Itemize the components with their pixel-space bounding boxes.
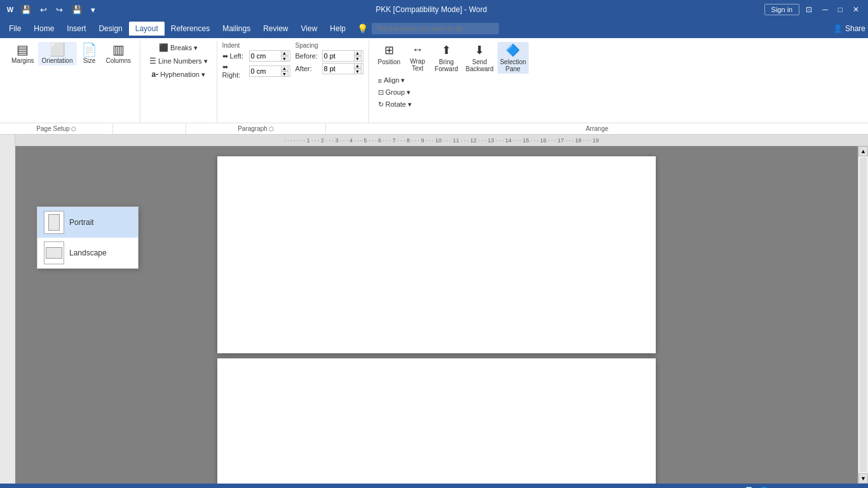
indent-right-spin[interactable]: ▲ ▼ xyxy=(281,65,288,77)
landscape-option[interactable]: Landscape xyxy=(37,238,138,268)
menu-bar: File Home Insert Design Layout Reference… xyxy=(0,19,868,38)
orientation-dropdown: Portrait Landscape xyxy=(37,207,139,269)
send-backward-btn[interactable]: ⬇ SendBackward xyxy=(462,42,498,74)
indent-spacing-container: Indent ⬌ Left: ▲ ▼ ⬌ Right: xyxy=(222,42,363,80)
bring-forward-icon: ⬆ xyxy=(442,43,451,57)
scroll-thumb[interactable] xyxy=(860,158,867,472)
spacing-before-down[interactable]: ▼ xyxy=(354,56,362,62)
page-setup-label: Page Setup xyxy=(36,125,69,132)
landscape-icon xyxy=(44,241,64,264)
indent-left-input[interactable]: ▲ ▼ xyxy=(249,50,290,62)
indent-right-up[interactable]: ▲ xyxy=(281,65,288,71)
ribbon-group-page-setup: ▤ Margins ⬜ Orientation 📄 Size ▥ Columns xyxy=(3,41,140,123)
spacing-after-row: After: ▲ ▼ xyxy=(295,63,363,74)
layout-btn[interactable]: ⊡ xyxy=(802,4,816,15)
indent-left-field[interactable] xyxy=(251,52,279,60)
page-setup-expand-btn[interactable]: ⬡ xyxy=(71,126,76,132)
arrange-sub-btns: ≡ Align ▾ ⊡ Group ▾ ↻ Rotate ▾ xyxy=(374,75,416,110)
minimize-btn[interactable]: ─ xyxy=(818,4,832,15)
arrange-label-cell: Arrange xyxy=(326,123,868,134)
menu-references[interactable]: References xyxy=(165,22,216,36)
ribbon: ▤ Margins ⬜ Orientation 📄 Size ▥ Columns… xyxy=(0,38,868,135)
v-ruler-svg xyxy=(0,146,15,484)
share-btn[interactable]: 👤 Share xyxy=(833,24,865,33)
spacing-after-label: After: xyxy=(295,65,320,72)
bring-forward-btn[interactable]: ⬆ BringForward xyxy=(431,42,462,74)
rotate-icon: ↻ xyxy=(378,100,384,109)
spacing-before-input[interactable]: ▲ ▼ xyxy=(322,50,363,62)
indent-right-label: ⬌ Right: xyxy=(222,63,247,79)
scroll-up-btn[interactable]: ▲ xyxy=(858,146,868,156)
group-btn[interactable]: ⊡ Group ▾ xyxy=(374,87,416,98)
menu-review[interactable]: Review xyxy=(257,22,294,36)
hyphenation-icon: a- xyxy=(151,70,158,79)
spacing-after-input[interactable]: ▲ ▼ xyxy=(322,63,363,74)
svg-text:· · · · · · · 1 · · · 2 · · · : · · · · · · · 1 · · · 2 · · · 3 · · · 4 … xyxy=(284,137,599,144)
rotate-btn[interactable]: ↻ Rotate ▾ xyxy=(374,99,416,110)
breaks-icon: ⬛ xyxy=(159,43,168,52)
more-btn[interactable]: ▾ xyxy=(88,4,98,16)
menu-insert[interactable]: Insert xyxy=(60,22,92,36)
paragraph-expand-btn[interactable]: ⬡ xyxy=(269,126,274,132)
position-btn[interactable]: ⊞ Position xyxy=(374,42,405,67)
save-quick-btn[interactable]: 💾 xyxy=(18,4,34,16)
paragraph-label-cell: Paragraph ⬡ xyxy=(186,123,326,134)
autosave-btn[interactable]: 💾 xyxy=(69,4,85,16)
ribbon-labels-row: Page Setup ⬡ Paragraph ⬡ Arrange xyxy=(0,123,868,134)
breaks-btn[interactable]: ⬛ Breaks ▾ xyxy=(155,42,201,53)
selection-pane-btn[interactable]: 🔷 SelectionPane xyxy=(498,42,529,74)
landscape-label: Landscape xyxy=(69,248,107,257)
wrap-text-btn[interactable]: ↔ WrapText xyxy=(404,42,431,73)
restore-btn[interactable]: □ xyxy=(834,4,846,15)
spacing-before-spin[interactable]: ▲ ▼ xyxy=(354,50,362,62)
portrait-option[interactable]: Portrait xyxy=(37,207,138,238)
align-btn[interactable]: ≡ Align ▾ xyxy=(374,75,416,86)
menu-help[interactable]: Help xyxy=(323,22,352,36)
indent-right-input[interactable]: ▲ ▼ xyxy=(249,65,290,77)
size-icon: 📄 xyxy=(81,43,97,56)
page-setup-label-cell: Page Setup ⬡ xyxy=(0,123,113,134)
menu-home[interactable]: Home xyxy=(27,22,60,36)
columns-btn[interactable]: ▥ Columns xyxy=(102,42,135,65)
orientation-btn[interactable]: ⬜ Orientation xyxy=(38,42,77,65)
size-btn[interactable]: 📄 Size xyxy=(77,42,102,65)
sign-in-btn[interactable]: Sign in xyxy=(764,4,800,15)
title-bar: W 💾 ↩ ↪ 💾 ▾ PKK [Compatibility Mode] - W… xyxy=(0,0,868,19)
content-wrapper: Portrait Landscape ▲ ▼ xyxy=(0,146,868,484)
indent-right-field[interactable] xyxy=(251,67,279,75)
menu-mailings[interactable]: Mailings xyxy=(216,22,257,36)
send-backward-icon: ⬇ xyxy=(475,43,484,57)
indent-right-row: ⬌ Right: ▲ ▼ xyxy=(222,63,290,79)
menu-design[interactable]: Design xyxy=(92,22,128,36)
portrait-label: Portrait xyxy=(69,218,94,227)
indent-left-spin[interactable]: ▲ ▼ xyxy=(281,50,288,62)
undo-btn[interactable]: ↩ xyxy=(37,4,50,16)
spacing-after-field[interactable] xyxy=(324,65,352,72)
menu-layout[interactable]: Layout xyxy=(129,22,165,36)
position-icon: ⊞ xyxy=(384,43,394,57)
indent-section: Indent ⬌ Left: ▲ ▼ ⬌ Right: xyxy=(222,42,290,80)
spacing-after-spin[interactable]: ▲ ▼ xyxy=(354,63,362,74)
menu-file[interactable]: File xyxy=(3,22,27,36)
align-icon: ≡ xyxy=(378,77,382,85)
margins-btn[interactable]: ▤ Margins xyxy=(8,42,38,65)
scroll-down-btn[interactable]: ▼ xyxy=(858,473,868,484)
close-btn[interactable]: ✕ xyxy=(849,4,863,15)
vertical-scrollbar[interactable]: ▲ ▼ xyxy=(858,146,868,484)
spacing-before-up[interactable]: ▲ xyxy=(354,50,362,56)
indent-left-down[interactable]: ▼ xyxy=(281,56,288,62)
landscape-icon-inner xyxy=(46,247,62,259)
spacing-after-down[interactable]: ▼ xyxy=(354,69,362,74)
vertical-ruler xyxy=(0,146,15,484)
indent-right-down[interactable]: ▼ xyxy=(281,71,288,77)
help-search[interactable] xyxy=(372,23,499,34)
line-numbers-btn[interactable]: ☰ Line Numbers ▾ xyxy=(146,55,212,67)
menu-view[interactable]: View xyxy=(295,22,324,36)
indent-left-up[interactable]: ▲ xyxy=(281,50,288,56)
spacing-before-field[interactable] xyxy=(324,52,352,60)
redo-btn[interactable]: ↪ xyxy=(53,4,66,16)
spacing-after-up[interactable]: ▲ xyxy=(354,63,362,69)
hyphenation-btn[interactable]: a- Hyphenation ▾ xyxy=(147,69,209,80)
indent-left-row: ⬌ Left: ▲ ▼ xyxy=(222,50,290,62)
indent-label: Indent xyxy=(222,42,290,49)
